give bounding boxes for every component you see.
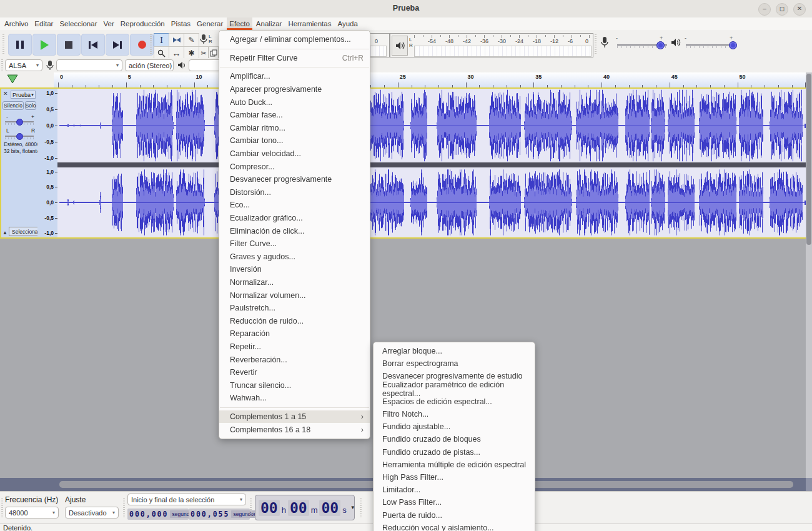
effect-menu-item-cambiar-velocidad[interactable]: Cambiar velocidad... [219, 147, 370, 161]
plugin-menu-item-filtro-notch[interactable]: Filtro Notch... [374, 408, 535, 420]
effect-menu-item-revertir[interactable]: Revertir [219, 366, 370, 379]
pause-button[interactable] [8, 34, 32, 56]
effect-menu-item-compresor[interactable]: Compresor... [219, 160, 370, 173]
selection-start-field[interactable]: 000,000 segundos ▼ [127, 509, 189, 520]
skip-to-end-button[interactable] [106, 34, 129, 56]
toolbar-grip[interactable] [123, 498, 125, 518]
toolbar-grip[interactable] [595, 34, 597, 54]
maximize-icon[interactable]: ◻ [776, 3, 788, 16]
menubar-item-pistas[interactable]: Pistas [169, 17, 193, 30]
effect-menu-item-agregar-eliminar-complementos[interactable]: Agregar / eliminar complementos... [219, 33, 370, 46]
waveform-area[interactable] [57, 89, 809, 237]
menubar-item-archivo[interactable]: Archivo [2, 17, 31, 30]
recording-channels-select[interactable]: ación (Stereo) ▾ [125, 59, 174, 71]
effect-menu-item-eco[interactable]: Eco... [219, 199, 370, 212]
toolbar-grip[interactable] [150, 34, 152, 54]
effect-menu-item-complementos-16-a-18[interactable]: Complementos 16 a 18› [219, 423, 370, 436]
effect-menu-item-filter-curve[interactable]: Filter Curve... [219, 237, 370, 251]
effect-menu-item-amplificar[interactable]: Amplificar... [219, 70, 370, 83]
playback-meter[interactable]: L R -54-48-42-36-30-24-18-12-60 [390, 33, 593, 57]
effect-menu-item-cambiar-fase[interactable]: Cambiar fase... [219, 109, 370, 122]
effect-menu-item-ecualizador-grafico[interactable]: Ecualizador gráfico... [219, 212, 370, 225]
menubar-item-ayuda[interactable]: Ayuda [335, 17, 360, 30]
plugin-menu-item-fundido-cruzado-de-bloques[interactable]: Fundido cruzado de bloques [374, 433, 535, 445]
selection-tool-button[interactable]: I [154, 33, 169, 47]
selection-end-field[interactable]: 000,055 segundos ▼ [189, 509, 250, 520]
menubar-item-generar[interactable]: Generar [194, 17, 225, 30]
playback-volume-thumb[interactable] [729, 41, 737, 49]
effect-menu-item-repetir[interactable]: Repetir... [219, 340, 370, 354]
snap-select[interactable]: Desactivado ▾ [65, 507, 119, 519]
toolbar-grip[interactable] [250, 498, 252, 518]
effect-menu-item-reverberacion[interactable]: Reverberación... [219, 353, 370, 366]
effect-menu-item-wahwah[interactable]: Wahwah... [219, 392, 370, 405]
effect-menu-item-aparecer-progresivamente[interactable]: Aparecer progresivamente [219, 83, 370, 96]
playback-meter-button[interactable] [392, 36, 408, 56]
skip-to-start-button[interactable] [81, 34, 105, 56]
menubar-item-seleccionar[interactable]: Seleccionar [57, 17, 99, 30]
gain-slider-thumb[interactable] [16, 119, 23, 126]
timeline-pin-icon[interactable] [6, 74, 19, 84]
selection-range-mode-select[interactable]: Inicio y final de la selección ▾ [127, 494, 246, 505]
toolbar-grip[interactable] [1, 59, 3, 71]
plugin-menu-item-arreglar-bloque[interactable]: Arreglar bloque... [374, 345, 535, 357]
waveform-right-channel[interactable] [57, 167, 809, 237]
plugin-menu-item-herramienta-multiple-de-edicion-espectral[interactable]: Herramienta múltiple de edición espectra… [374, 459, 535, 471]
recording-volume-thumb[interactable] [656, 41, 665, 49]
plugin-menu-item-puerta-de-ruido[interactable]: Puerta de ruido... [374, 509, 535, 521]
audio-host-select[interactable]: ALSA ▾ [5, 59, 42, 71]
plugin-menu-item-ecualizador-parametrico-de-edicion-espectral[interactable]: Ecualizador paramétrico de edición espec… [374, 383, 535, 395]
effect-menu-item-cambiar-tono[interactable]: Cambiar tono... [219, 134, 370, 147]
mute-button[interactable]: Silencio [2, 101, 24, 110]
channel-separator[interactable] [57, 162, 809, 167]
pan-slider-thumb[interactable] [16, 133, 23, 140]
toolbar-grip[interactable] [360, 498, 362, 518]
track-name-menu[interactable]: Prueba ▼ [11, 91, 36, 99]
amplitude-ruler[interactable]: 1,00,50,0-0,5-1,01,00,50,0-0,5-1,0 [37, 89, 58, 237]
plugin-menu-item-fundido-cruzado-de-pistas[interactable]: Fundido cruzado de pistas... [374, 446, 535, 459]
vertical-scrollbar-thumb[interactable] [806, 74, 811, 245]
toolbar-grip[interactable] [2, 34, 4, 54]
waveform-left-channel[interactable] [57, 89, 809, 162]
vertical-scrollbar[interactable] [806, 72, 812, 478]
menubar-item-ver[interactable]: Ver [101, 17, 117, 30]
effect-menu-item-truncar-silencio[interactable]: Truncar silencio... [219, 379, 370, 392]
close-icon[interactable]: ✕ [793, 3, 806, 16]
menubar-item-efecto[interactable]: Efecto [227, 17, 252, 30]
play-button[interactable] [32, 34, 56, 56]
plugin-menu-item-low-pass-filter[interactable]: Low Pass Filter... [374, 496, 535, 509]
effect-menu-item-reduccion-de-ruido[interactable]: Reducción de ruido... [219, 314, 370, 327]
effect-menu-item-reparacion[interactable]: Reparación [219, 327, 370, 340]
plugin-menu-item-fundido-ajustable[interactable]: Fundido ajustable... [374, 420, 535, 433]
effect-menu-item-graves-y-agudos[interactable]: Graves y agudos... [219, 251, 370, 264]
recording-device-select[interactable]: ▾ [56, 59, 122, 71]
effect-menu-item-repetir-filter-curve[interactable]: Repetir Filter CurveCtrl+R [219, 52, 370, 65]
effect-menu-item-normalizar-volumen[interactable]: Normalizar volumen... [219, 289, 370, 302]
track-close-icon[interactable]: ✕ [3, 91, 8, 97]
menubar-item-analizar[interactable]: Analizar [254, 17, 285, 30]
menubar-item-editar[interactable]: Editar [32, 17, 56, 30]
effect-menu-item-cambiar-ritmo[interactable]: Cambiar ritmo... [219, 122, 370, 135]
effect-menu-item-eliminacion-de-click[interactable]: Eliminación de click... [219, 224, 370, 237]
plugin-menu-item-borrar-espectrograma[interactable]: Borrar espectrograma [374, 357, 535, 370]
effect-menu-item-inversion[interactable]: Inversión [219, 263, 370, 276]
effect-menu-item-paulstretch[interactable]: Paulstretch... [219, 302, 370, 315]
effect-menu-item-normalizar[interactable]: Normalizar... [219, 276, 370, 289]
plugin-menu-item-high-pass-filter[interactable]: High Pass Filter... [374, 471, 535, 484]
effect-menu-item-desvanecer-progresivamente[interactable]: Desvanecer progresivamente [219, 173, 370, 186]
menubar-item-reproduccion[interactable]: Reproducción [118, 17, 167, 30]
effect-menu-item-auto-duck[interactable]: Auto Duck... [219, 96, 370, 109]
frequency-select[interactable]: 48000 ▾ [5, 507, 59, 519]
plugin-menu-item-limitador[interactable]: Limitador... [374, 484, 535, 496]
effect-menu-item-complementos-1-a-15[interactable]: Complementos 1 a 15› [219, 410, 370, 424]
timeline-ruler[interactable]: 0510152025303540455055 [54, 72, 806, 88]
toolbar-grip[interactable] [1, 498, 3, 518]
plugin-menu-item-reduccion-vocal-y-aislamiento[interactable]: Reducción vocal y aislamiento... [374, 522, 535, 531]
collapse-track-icon[interactable]: ▲ [2, 230, 7, 236]
minimize-icon[interactable]: – [758, 3, 771, 16]
audio-position-display[interactable]: 00 h 00 m 00 s ▼ [255, 495, 355, 520]
solo-button[interactable]: Solo [25, 101, 36, 110]
stop-button[interactable] [57, 34, 81, 56]
effect-menu-item-distorsion[interactable]: Distorsión... [219, 186, 370, 199]
draw-tool-button[interactable]: ✎ [184, 33, 199, 47]
